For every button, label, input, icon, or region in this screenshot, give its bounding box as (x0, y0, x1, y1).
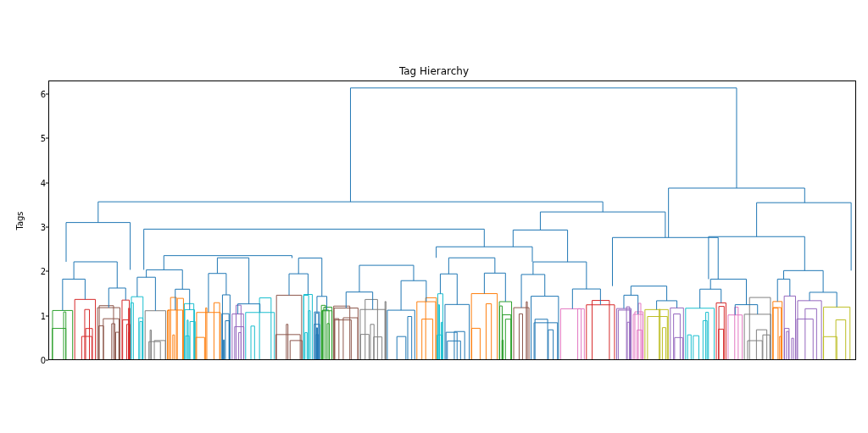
ytick-4: 4 (29, 178, 46, 187)
dendrogram (49, 81, 855, 359)
ytick-3: 3 (29, 222, 46, 231)
chart-title: Tag Hierarchy (0, 65, 868, 77)
figure: Tag Hierarchy Tags 0 1 2 3 4 5 6 (0, 0, 868, 433)
y-axis-label: Tags (14, 80, 25, 360)
ytick-5: 5 (29, 134, 46, 143)
ytick-0: 0 (29, 356, 46, 365)
ytick-6: 6 (29, 89, 46, 98)
ytick-1: 1 (29, 311, 46, 320)
ytick-2: 2 (29, 267, 46, 276)
plot-area (48, 80, 856, 360)
